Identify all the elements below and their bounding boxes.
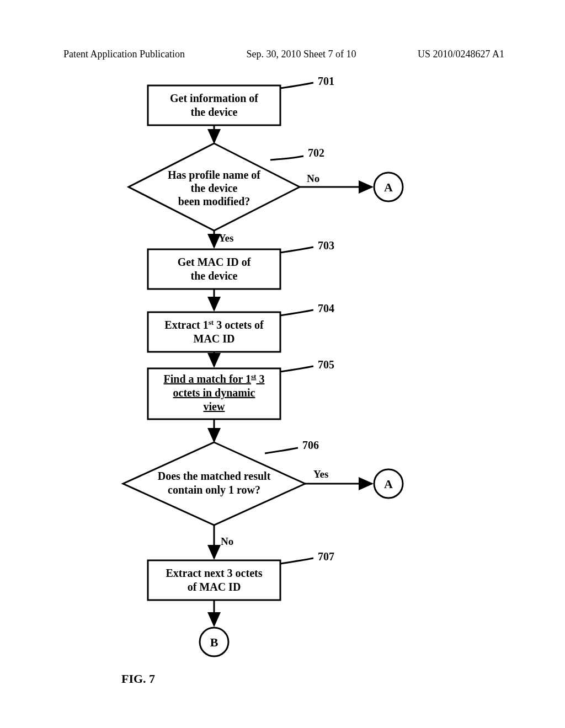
ref-705: 705 (318, 358, 334, 371)
decision-706-no: No (221, 536, 233, 547)
process-705: Find a match for 1st 3 octets in dynamic… (148, 368, 280, 419)
process-701-line1: Get information of (170, 92, 258, 104)
decision-702-line2: the device (191, 182, 238, 194)
process-707-line1: Extract next 3 octets (166, 567, 263, 579)
connector-a-702-label: A (384, 180, 393, 194)
svg-rect-14 (148, 560, 280, 600)
process-701: Get information of the device (148, 85, 280, 125)
process-703: Get MAC ID of the device (148, 249, 280, 289)
decision-706-yes: Yes (313, 468, 328, 480)
connector-a-706-label: A (384, 477, 393, 491)
decision-706: Does the matched result contain only 1 r… (123, 442, 305, 525)
process-707-line2: of MAC ID (188, 581, 241, 593)
ref-707: 707 (318, 550, 334, 563)
process-704-line1: Extract 1st 3 octets of (164, 318, 264, 331)
ref-704: 704 (318, 302, 334, 314)
process-705-line2: octets in dynamic (173, 387, 255, 399)
svg-rect-0 (148, 85, 280, 125)
decision-702-no: No (307, 173, 319, 184)
process-707: Extract next 3 octets of MAC ID (148, 560, 280, 600)
process-705-line1: Find a match for 1st 3 (164, 372, 265, 385)
process-704-line2: MAC ID (194, 333, 235, 345)
process-704: Extract 1st 3 octets of MAC ID (148, 312, 280, 352)
decision-706-line2: contain only 1 row? (168, 484, 260, 496)
ref-701: 701 (318, 77, 334, 87)
process-705-line3: view (204, 400, 225, 413)
decision-702-yes: Yes (218, 232, 233, 244)
svg-rect-7 (148, 312, 280, 352)
flowchart-diagram: Get information of the device 701 Has pr… (0, 77, 565, 684)
decision-702: Has profile name of the device been modi… (129, 143, 300, 231)
decision-706-line1: Does the matched result (158, 470, 271, 482)
ref-706: 706 (302, 439, 319, 451)
decision-702-line1: Has profile name of (168, 169, 260, 181)
header-publication: Patent Application Publication (63, 49, 185, 60)
connector-b-label: B (210, 635, 218, 649)
ref-702: 702 (308, 147, 324, 159)
process-703-line1: Get MAC ID of (178, 256, 251, 268)
header-patent-number: US 2010/0248627 A1 (418, 49, 504, 60)
header-date-sheet: Sep. 30, 2010 Sheet 7 of 10 (246, 49, 356, 60)
ref-703: 703 (318, 239, 334, 251)
figure-label: FIG. 7 (121, 672, 155, 686)
process-703-line2: the device (191, 270, 238, 282)
svg-rect-5 (148, 249, 280, 289)
decision-702-line3: been modified? (178, 195, 250, 207)
process-701-line2: the device (191, 106, 238, 118)
